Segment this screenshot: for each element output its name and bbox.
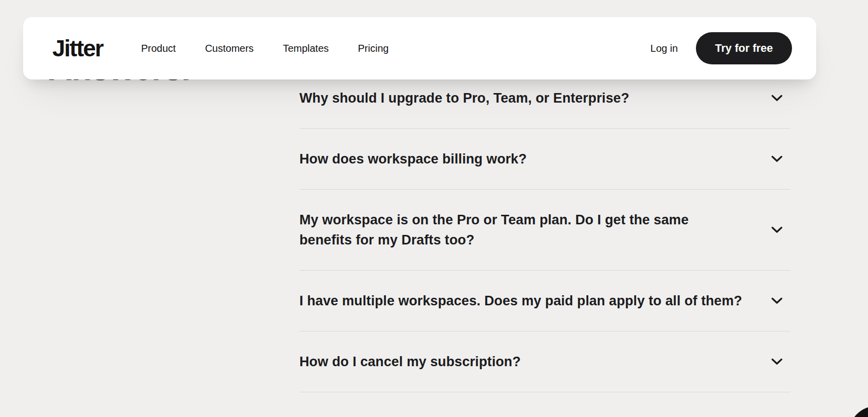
- jitter-logo[interactable]: Jitter: [52, 35, 103, 62]
- page: Answers. Jitter Product Customers Templa…: [0, 0, 868, 417]
- nav-link-pricing[interactable]: Pricing: [358, 43, 388, 54]
- nav-link-product[interactable]: Product: [141, 43, 176, 54]
- nav-links: Product Customers Templates Pricing: [141, 43, 388, 54]
- chevron-down-icon: [771, 155, 783, 162]
- chevron-down-icon: [771, 358, 783, 365]
- faq-list: Why should I upgrade to Pro, Team, or En…: [299, 68, 790, 417]
- faq-question: I have multiple workspaces. Does my paid…: [299, 291, 742, 311]
- faq-question: My workspace is on the Pro or Team plan.…: [299, 210, 742, 250]
- nav-link-templates[interactable]: Templates: [283, 43, 329, 54]
- faq-question: When does my subscription renew?: [299, 412, 533, 417]
- faq-item[interactable]: I have multiple workspaces. Does my paid…: [299, 271, 790, 331]
- faq-item[interactable]: When does my subscription renew?: [299, 392, 790, 417]
- login-link[interactable]: Log in: [651, 43, 678, 54]
- faq-question: Why should I upgrade to Pro, Team, or En…: [299, 88, 629, 108]
- nav-link-customers[interactable]: Customers: [205, 43, 254, 54]
- chat-bubble-button[interactable]: [849, 406, 868, 417]
- navbar-right: Log in Try for free: [651, 32, 792, 64]
- faq-item[interactable]: My workspace is on the Pro or Team plan.…: [299, 190, 790, 271]
- chevron-down-icon: [771, 226, 783, 233]
- try-for-free-button[interactable]: Try for free: [696, 32, 792, 64]
- faq-item[interactable]: How does workspace billing work?: [299, 129, 790, 190]
- chevron-down-icon: [771, 95, 783, 102]
- faq-question: How do I cancel my subscription?: [299, 352, 521, 372]
- navbar: Jitter Product Customers Templates Prici…: [23, 17, 816, 79]
- faq-question: How does workspace billing work?: [299, 149, 527, 169]
- faq-item[interactable]: How do I cancel my subscription?: [299, 331, 790, 392]
- chevron-down-icon: [771, 297, 783, 304]
